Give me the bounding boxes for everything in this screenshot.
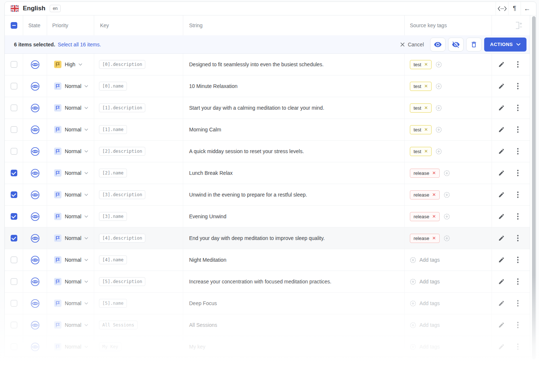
row-menu-button[interactable] <box>511 188 524 201</box>
edit-button[interactable] <box>495 123 508 136</box>
select-all-checkbox[interactable] <box>11 22 17 29</box>
priority-dropdown[interactable]: Normal <box>47 293 94 314</box>
cancel-selection-button[interactable]: Cancel <box>400 42 424 47</box>
tag-remove-icon[interactable]: ✕ <box>432 214 436 219</box>
priority-dropdown[interactable]: Normal <box>47 184 94 205</box>
add-tags-button[interactable]: Add tags <box>410 322 440 328</box>
source-key-tag[interactable]: release✕ <box>410 190 440 199</box>
add-tag-button[interactable] <box>436 61 442 68</box>
source-key-tag[interactable]: test✕ <box>410 147 432 156</box>
key-badge[interactable]: All Sessions <box>99 321 138 329</box>
key-badge[interactable]: [4].name <box>99 255 127 264</box>
string-text[interactable]: Night Meditation <box>189 257 226 263</box>
actions-button[interactable]: ACTIONS <box>484 38 526 52</box>
row-checkbox[interactable] <box>11 343 17 350</box>
row-checkbox[interactable] <box>11 83 17 89</box>
vertical-scrollbar[interactable] <box>532 16 536 359</box>
row-menu-button[interactable] <box>511 101 524 114</box>
string-text[interactable]: Start your day with a calming meditation… <box>189 105 324 111</box>
edit-button[interactable] <box>495 340 508 353</box>
row-checkbox[interactable] <box>11 191 17 198</box>
select-all-link[interactable]: Select all 16 items. <box>58 42 101 47</box>
key-badge[interactable]: [1].description <box>99 103 145 112</box>
key-badge[interactable]: [2].description <box>99 147 145 156</box>
priority-dropdown[interactable]: Normal <box>47 227 94 249</box>
tag-remove-icon[interactable]: ✕ <box>424 62 428 67</box>
visibility-state-icon[interactable] <box>30 255 40 265</box>
add-tag-button[interactable] <box>444 213 450 220</box>
source-key-tag[interactable]: release✕ <box>410 169 440 178</box>
key-badge[interactable]: [5].name <box>99 299 127 308</box>
string-text[interactable]: All Sessions <box>189 322 217 328</box>
row-checkbox[interactable] <box>11 170 17 176</box>
string-text[interactable]: Lunch Break Relax <box>189 170 233 176</box>
edit-button[interactable] <box>495 275 508 288</box>
priority-dropdown[interactable]: Normal <box>47 141 94 162</box>
row-menu-button[interactable] <box>511 123 524 136</box>
visibility-state-icon[interactable] <box>30 233 40 243</box>
string-text[interactable]: Unwind in the evening to prepare for a r… <box>189 192 307 198</box>
row-checkbox[interactable] <box>11 257 17 263</box>
tag-remove-icon[interactable]: ✕ <box>424 84 428 88</box>
key-badge[interactable]: [4].description <box>99 234 145 243</box>
hide-selected-button[interactable] <box>448 38 464 52</box>
key-badge[interactable]: [3].description <box>99 190 145 199</box>
visibility-state-icon[interactable] <box>30 320 40 330</box>
priority-dropdown[interactable]: Normal <box>47 162 94 184</box>
edit-button[interactable] <box>495 253 508 266</box>
key-badge[interactable]: [0].name <box>99 82 127 91</box>
string-text[interactable]: 10 Minute Relaxation <box>189 83 238 89</box>
source-key-tag[interactable]: test✕ <box>410 103 432 113</box>
tag-remove-icon[interactable]: ✕ <box>432 171 436 175</box>
add-tag-button[interactable] <box>436 105 442 111</box>
visibility-state-icon[interactable] <box>30 146 40 156</box>
priority-dropdown[interactable]: Normal <box>47 314 94 336</box>
priority-dropdown[interactable]: Normal <box>47 249 94 271</box>
row-checkbox[interactable] <box>11 300 17 307</box>
visibility-state-icon[interactable] <box>30 299 40 308</box>
edit-button[interactable] <box>495 318 508 332</box>
tag-remove-icon[interactable]: ✕ <box>424 127 428 132</box>
add-tags-button[interactable]: Add tags <box>410 257 440 263</box>
row-checkbox[interactable] <box>11 235 17 241</box>
priority-dropdown[interactable]: Normal <box>47 271 94 292</box>
embed-code-button[interactable] <box>496 2 508 15</box>
edit-button[interactable] <box>495 145 508 158</box>
string-text[interactable]: My key <box>189 344 205 350</box>
key-badge[interactable]: [0].description <box>99 60 145 69</box>
row-menu-button[interactable] <box>511 145 524 158</box>
string-text[interactable]: A quick midday session to reset your str… <box>189 148 304 154</box>
add-tag-button[interactable] <box>436 83 442 89</box>
visibility-state-icon[interactable] <box>30 342 40 352</box>
edit-button[interactable] <box>495 232 508 245</box>
collapse-panel-button[interactable]: ← <box>521 2 533 15</box>
source-key-tag[interactable]: test✕ <box>410 60 432 69</box>
visibility-state-icon[interactable] <box>30 60 40 70</box>
string-text[interactable]: Increase your concentration with focused… <box>189 279 331 285</box>
row-menu-button[interactable] <box>511 297 524 310</box>
edit-button[interactable] <box>495 210 508 223</box>
edit-button[interactable] <box>495 166 508 180</box>
edit-button[interactable] <box>495 58 508 71</box>
string-text[interactable]: Evening Unwind <box>189 213 226 219</box>
delete-selected-button[interactable] <box>466 38 482 52</box>
column-settings-button[interactable] <box>511 19 524 32</box>
add-tags-button[interactable]: Add tags <box>410 279 440 285</box>
row-checkbox[interactable] <box>11 213 17 220</box>
add-tag-button[interactable] <box>444 192 450 198</box>
row-checkbox[interactable] <box>11 105 17 111</box>
string-text[interactable]: Deep Focus <box>189 300 217 306</box>
key-badge[interactable]: [2].name <box>99 169 127 177</box>
visibility-state-icon[interactable] <box>30 81 40 91</box>
visibility-state-icon[interactable] <box>30 212 40 222</box>
priority-dropdown[interactable]: Normal <box>47 75 94 97</box>
string-text[interactable]: End your day with deep meditation to imp… <box>189 235 325 241</box>
row-checkbox[interactable] <box>11 278 17 285</box>
key-badge[interactable]: My Key <box>99 342 121 351</box>
add-tags-button[interactable]: Add tags <box>410 344 440 350</box>
visibility-state-icon[interactable] <box>30 190 40 200</box>
add-tag-button[interactable] <box>436 127 442 133</box>
row-checkbox[interactable] <box>11 61 17 68</box>
key-badge[interactable]: [5].description <box>99 277 145 286</box>
add-tag-button[interactable] <box>436 148 442 155</box>
